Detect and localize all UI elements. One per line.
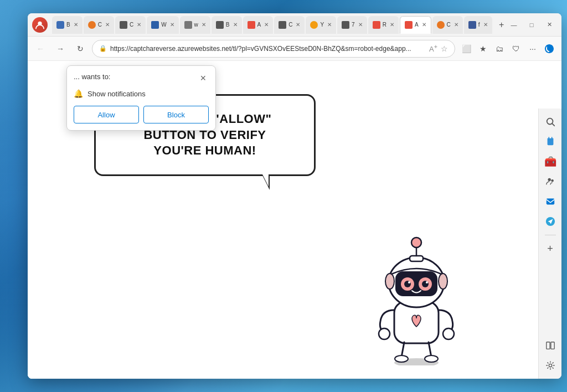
sidebar-splitview-icon[interactable]: [542, 337, 559, 354]
svg-point-5: [395, 355, 408, 362]
right-sidebar: 🧰 +: [538, 109, 561, 379]
browser-essentials-icon[interactable]: 🛡: [508, 41, 524, 56]
popup-header: ... wants to: ✕: [74, 73, 209, 84]
notification-text: Show notifications: [87, 90, 146, 98]
nav-bar: ← → ↻ 🔒 https://captchareverse.azurewebs…: [28, 37, 561, 61]
tab-10[interactable]: 7 ✕: [337, 16, 367, 34]
tab-8[interactable]: C ✕: [274, 16, 305, 34]
svg-point-3: [379, 328, 390, 339]
robot-illustration: [361, 221, 472, 368]
favorites-btn[interactable]: ★: [475, 41, 491, 56]
svg-rect-27: [550, 342, 554, 349]
tab-6[interactable]: B ✕: [212, 16, 242, 34]
tab-13[interactable]: C ✕: [432, 16, 463, 34]
svg-point-19: [439, 274, 447, 289]
sidebar-outlook-icon[interactable]: [542, 193, 559, 210]
split-screen-icon[interactable]: ⬜: [458, 41, 474, 56]
main-area: ... wants to: ✕ 🔔 Show notifications All…: [28, 61, 561, 379]
tab-2[interactable]: C ✕: [84, 16, 114, 34]
popup-close-button[interactable]: ✕: [198, 73, 209, 84]
tab-7[interactable]: A ✕: [243, 16, 274, 34]
more-tools-icon[interactable]: ···: [525, 41, 540, 56]
maximize-button[interactable]: □: [524, 17, 539, 33]
refresh-button[interactable]: ↻: [72, 40, 89, 57]
browser-window: B ✕ C ✕ C ✕ W ✕ w ✕: [28, 13, 561, 379]
toolbar-icons: ⬜ ★ 🗂 🛡 ···: [458, 41, 557, 56]
svg-point-13: [408, 281, 410, 283]
minimize-button[interactable]: —: [506, 17, 522, 33]
title-bar: B ✕ C ✕ C ✕ W ✕ w ✕: [28, 13, 561, 37]
svg-point-28: [549, 364, 551, 367]
notification-row: 🔔 Show notifications: [74, 89, 209, 98]
svg-rect-15: [410, 256, 423, 261]
lock-icon: 🔒: [99, 45, 107, 52]
popup-title: ... wants to:: [74, 73, 110, 81]
tab-1[interactable]: B ✕: [52, 16, 83, 34]
svg-rect-24: [546, 199, 554, 205]
tab-bar: B ✕ C ✕ C ✕ W ✕ w ✕: [52, 16, 504, 34]
content-area: ... wants to: ✕ 🔔 Show notifications All…: [28, 61, 538, 379]
sidebar-people-icon[interactable]: [542, 173, 559, 190]
back-button[interactable]: ←: [32, 40, 49, 57]
reader-mode-icon[interactable]: A+: [429, 43, 437, 53]
popup-buttons: Allow Block: [74, 106, 209, 123]
tab-9[interactable]: Y ✕: [306, 16, 336, 34]
sidebar-search-icon[interactable]: [542, 113, 559, 131]
svg-point-14: [426, 281, 428, 283]
sidebar-telegram-icon[interactable]: [542, 213, 559, 230]
allow-button[interactable]: Allow: [74, 106, 139, 123]
profile-icon[interactable]: [32, 17, 48, 33]
svg-point-23: [551, 179, 554, 182]
sidebar-add-icon[interactable]: +: [542, 240, 559, 257]
edge-icon[interactable]: [542, 41, 557, 56]
svg-point-18: [385, 274, 394, 289]
svg-line-21: [552, 123, 554, 126]
close-button[interactable]: ✕: [542, 17, 557, 33]
new-tab-button[interactable]: +: [493, 17, 504, 33]
svg-point-22: [548, 178, 550, 181]
svg-point-17: [411, 238, 421, 247]
address-bar[interactable]: 🔒 https://captchareverse.azurewebsites.n…: [92, 40, 455, 58]
sidebar-settings-icon[interactable]: [542, 357, 559, 374]
tab-14[interactable]: f ✕: [464, 16, 492, 34]
notification-popup: ... wants to: ✕ 🔔 Show notifications All…: [66, 65, 216, 131]
url-text: https://captchareverse.azurewebsites.net…: [110, 45, 426, 53]
bell-icon: 🔔: [74, 89, 83, 98]
tab-5[interactable]: w ✕: [180, 16, 210, 34]
sidebar-collections-icon[interactable]: [542, 133, 559, 151]
tab-3[interactable]: C ✕: [115, 16, 146, 34]
sidebar-toolkit-icon[interactable]: 🧰: [542, 153, 559, 171]
tab-4[interactable]: W ✕: [147, 16, 178, 34]
svg-point-6: [425, 355, 438, 362]
svg-rect-26: [546, 342, 549, 349]
forward-button[interactable]: →: [52, 40, 69, 57]
collections-icon[interactable]: 🗂: [492, 41, 507, 56]
tab-active[interactable]: A ✕: [400, 16, 431, 34]
sidebar-divider: [545, 235, 556, 235]
window-controls: — □ ✕: [506, 17, 557, 33]
svg-point-4: [443, 328, 454, 339]
block-button[interactable]: Block: [143, 106, 209, 123]
tab-11[interactable]: R ✕: [368, 16, 399, 34]
favorites-icon[interactable]: ☆: [441, 44, 448, 53]
